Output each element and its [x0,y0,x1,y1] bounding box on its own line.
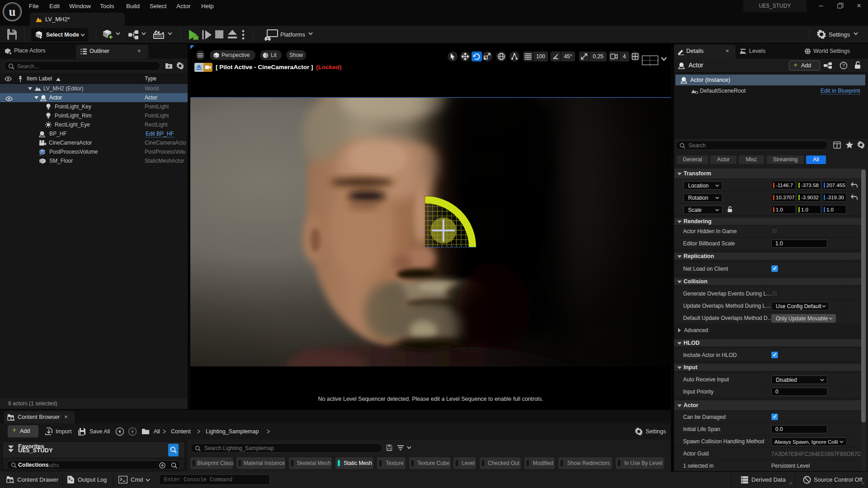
svg-text:u: u [9,5,15,19]
